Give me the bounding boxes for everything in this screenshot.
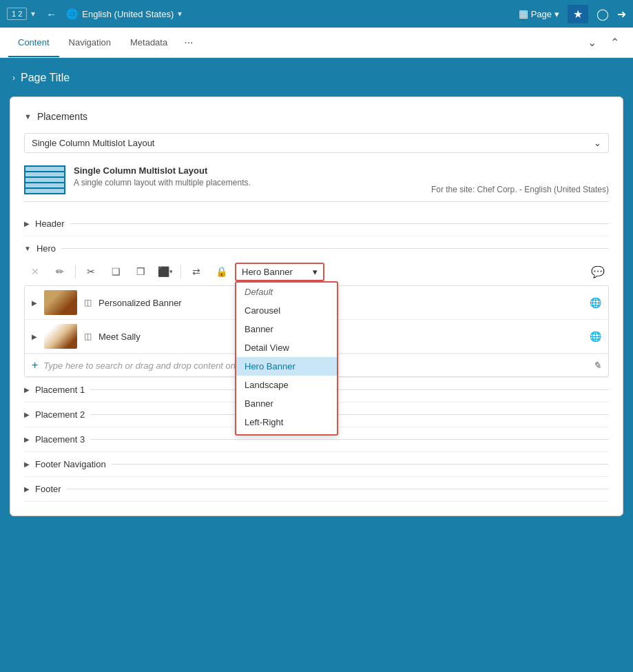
dropdown-menu: Default Carousel Banner Detail View Hero… [235, 281, 338, 436]
page-icon: ▦ [519, 8, 528, 20]
toolbar-sep1 [75, 265, 76, 278]
dropdown-item-default[interactable]: Default [236, 283, 337, 301]
item1-globe-icon[interactable]: 🌐 [590, 297, 601, 308]
close-button[interactable]: ✕ [24, 262, 46, 281]
paste-button[interactable]: ❒ [129, 262, 152, 281]
star-icon[interactable]: ★ [568, 5, 588, 23]
placement-row-footer-nav: ▶ Footer Navigation [24, 452, 609, 477]
cut-button[interactable]: ✂ [80, 262, 102, 281]
copy-button[interactable]: ❑ [105, 262, 127, 281]
top-bar-right: ▦ Page ▾ ★ ◯ ➜ [519, 5, 626, 23]
language-chevron[interactable]: ▾ [178, 9, 182, 19]
dropdown-item-landscape[interactable]: Landscape [236, 376, 337, 394]
version-chevron[interactable]: ▾ [31, 9, 35, 19]
placements-chevron[interactable]: ▼ [24, 112, 32, 121]
lightbulb-icon[interactable]: ◯ [596, 8, 609, 21]
dropdown-item-banner[interactable]: Banner [236, 320, 337, 338]
page-title-section: › Page Title [10, 72, 623, 84]
placement-row-header: ▶ Header [24, 212, 609, 236]
expand-all-button[interactable]: ⌃ [605, 33, 625, 52]
tab-content[interactable]: Content [8, 29, 59, 57]
add-content-placeholder: Type here to search or drag and drop con… [43, 360, 262, 371]
dropdown-item-hero-banner[interactable]: Hero Banner [236, 357, 337, 376]
tab-navigation[interactable]: Navigation [59, 29, 121, 57]
lock-button[interactable]: 🔒 [210, 262, 232, 281]
dropdown-item-landscape-banner[interactable]: Banner [236, 394, 337, 413]
footer-chevron[interactable]: ▶ [24, 485, 30, 493]
placements-header: ▼ Placements [24, 111, 609, 122]
analytics-icon[interactable]: ✎ [593, 360, 601, 371]
dropdown-scrollbar[interactable]: Default Carousel Banner Detail View Hero… [236, 283, 337, 434]
dropdown-chevron: ▾ [313, 267, 318, 277]
layout-selector[interactable]: Single Column Multislot Layout ⌄ [24, 133, 609, 153]
hero-line [61, 248, 609, 249]
header-line [70, 223, 609, 224]
placement-row-footer: ▶ Footer [24, 477, 609, 502]
footer-nav-chevron[interactable]: ▶ [24, 460, 30, 468]
item1-type-icon: ◫ [84, 298, 92, 307]
item2-type-icon: ◫ [84, 332, 92, 341]
collapse-all-button[interactable]: ⌄ [582, 33, 602, 52]
language-label: English (United States) [82, 9, 174, 19]
main-content: › Page Title ▼ Placements Single Column … [0, 58, 633, 672]
tab-bar: Content Navigation Metadata ··· ⌄ ⌃ [0, 28, 633, 58]
layout-selector-chevron: ⌄ [594, 138, 601, 148]
paste-icon: ⬛ [158, 266, 169, 277]
page-selector[interactable]: ▦ Page ▾ [519, 8, 559, 20]
edit-button[interactable]: ✏ [49, 262, 71, 281]
page-title-chevron[interactable]: › [12, 73, 15, 83]
placement2-line [90, 414, 609, 415]
hero-chevron[interactable]: ▼ [24, 245, 31, 252]
back-icon[interactable]: ← [46, 8, 56, 20]
item2-chevron[interactable]: ▶ [32, 333, 37, 340]
placement1-label: Placement 1 [35, 385, 85, 395]
item1-chevron[interactable]: ▶ [32, 299, 37, 307]
header-chevron[interactable]: ▶ [24, 220, 30, 227]
top-bar-left: 1 2 ▾ ← 🌐 English (United States) ▾ [7, 8, 513, 20]
comment-button[interactable]: 💬 [587, 262, 609, 281]
layout-icon [24, 165, 65, 194]
footer-label: Footer [35, 484, 61, 494]
dropdown-trigger[interactable]: Hero Banner ▾ [235, 263, 324, 281]
placement2-chevron[interactable]: ▶ [24, 411, 30, 418]
dropdown-selected-label: Hero Banner [242, 267, 309, 277]
item2-thumbnail [44, 324, 77, 349]
dropdown-wrapper: Hero Banner ▾ Default Carousel Banner De… [235, 263, 324, 281]
page-title: Page Title [21, 72, 70, 84]
dropdown-item-left-right[interactable]: Left-Right [236, 413, 337, 431]
paste-special-button[interactable]: ⬛ ▾ [154, 262, 176, 281]
item2-globe-icon[interactable]: 🌐 [590, 331, 601, 342]
placements-label: Placements [37, 111, 87, 122]
tab-more[interactable]: ··· [177, 31, 200, 54]
dropdown-item-detail-view[interactable]: Detail View [236, 338, 337, 357]
tab-bar-actions: ⌄ ⌃ [582, 33, 625, 52]
layout-info-title: Single Column Multislot Layout [74, 165, 251, 176]
footer-line [67, 489, 609, 489]
plus-icon: + [32, 359, 38, 371]
toolbar-sep2 [180, 265, 181, 278]
placement2-label: Placement 2 [35, 409, 85, 420]
back-arrow-icon[interactable]: ➜ [617, 8, 626, 21]
dropdown-item-left-right-banner[interactable]: Banner [236, 431, 337, 434]
item1-label: Personalized Banner [98, 298, 583, 308]
item1-thumbnail [44, 290, 77, 315]
item2-label: Meet Sally [98, 332, 583, 342]
dropdown-item-carousel[interactable]: Carousel [236, 301, 337, 320]
tab-metadata[interactable]: Metadata [121, 29, 177, 57]
version-badge[interactable]: 1 2 [7, 8, 27, 20]
footer-nav-label: Footer Navigation [35, 459, 106, 469]
layout-info: Single Column Multislot Layout A single … [24, 160, 609, 202]
page-chevron: ▾ [554, 9, 559, 19]
placement1-chevron[interactable]: ▶ [24, 386, 30, 394]
layout-info-desc: A single column layout with multiple pla… [74, 178, 251, 187]
placement3-label: Placement 3 [35, 434, 85, 445]
layout-info-site: For the site: Chef Corp. - English (Unit… [431, 185, 609, 194]
layout-info-text: Single Column Multislot Layout A single … [74, 165, 251, 187]
footer-nav-line [112, 464, 609, 465]
placement3-chevron[interactable]: ▶ [24, 436, 30, 443]
layout-selector-label: Single Column Multislot Layout [32, 138, 154, 148]
hero-label: Hero [37, 243, 56, 254]
move-button[interactable]: ⇄ [185, 262, 207, 281]
hero-header: ▼ Hero [24, 236, 609, 258]
placement3-line [90, 439, 609, 440]
